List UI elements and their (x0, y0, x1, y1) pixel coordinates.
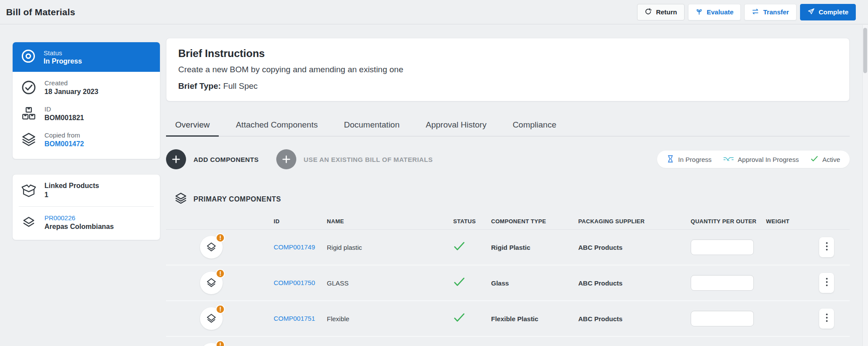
table-row: COMP001749 Rigid plastic Rigid Plastic A… (166, 230, 850, 265)
brief-title: Brief Instructions (178, 47, 837, 60)
plus-icon (276, 149, 296, 169)
status-legend: In Progress Approval In Progress Active (657, 151, 850, 168)
product-name: Arepas Colombianas (44, 223, 114, 231)
sidebar-item-created: Created 18 January 2023 (13, 72, 160, 101)
tab-compliance[interactable]: Compliance (503, 113, 565, 137)
kebab-icon (826, 313, 828, 324)
divider (19, 206, 154, 207)
quantity-per-outer-input[interactable] (691, 275, 754, 291)
copied-from-label: Copied from (44, 131, 84, 139)
component-name: Flexible (327, 315, 453, 322)
undo-icon (644, 8, 652, 17)
active-check-icon (453, 313, 491, 324)
bom-info-card: Status In Progress Created 18 January 20… (12, 42, 160, 159)
brief-description: Create a new BOM by copying and amending… (178, 65, 837, 74)
layers-icon (174, 192, 187, 207)
packaging-supplier: ABC Products (578, 315, 691, 322)
legend-active: Active (810, 155, 840, 164)
table-row: COMP001750 GLASS Glass ABC Products (166, 265, 850, 301)
col-status: STATUS (453, 218, 491, 225)
components-toolbar: ADD COMPONENTS USE AN EXISTING BILL OF M… (166, 149, 850, 169)
scrollbar-track[interactable] (862, 25, 868, 346)
boxes-icon (20, 106, 37, 121)
status-label: Status (44, 49, 82, 57)
id-value: BOM001821 (44, 114, 84, 122)
check-icon (810, 155, 818, 164)
kebab-icon (826, 242, 828, 252)
legend-approval-in-progress: Approval In Progress (723, 155, 799, 164)
warning-badge-icon (216, 233, 225, 242)
packaging-supplier: ABC Products (578, 279, 691, 287)
component-type: Rigid Plastic (491, 244, 578, 251)
tab-approval-history[interactable]: Approval History (417, 113, 495, 137)
components-table: ID NAME STATUS COMPONENT TYPE PACKAGING … (166, 213, 850, 346)
linked-products-card: Linked Products 1 PR000226 Arepas Colomb… (12, 174, 160, 240)
table-row: COMP001751 Flexible Flexible Plastic ABC… (166, 301, 850, 337)
plus-icon (166, 149, 186, 169)
quantity-per-outer-input[interactable] (691, 239, 754, 255)
linked-products-count: 1 (44, 191, 99, 199)
kebab-icon (826, 278, 828, 288)
brief-instructions-card: Brief Instructions Create a new BOM by c… (166, 38, 850, 101)
active-check-icon (453, 242, 491, 253)
product-layers-icon (20, 215, 37, 230)
component-name: Rigid plastic (327, 244, 453, 251)
col-name: NAME (327, 218, 453, 225)
id-label: ID (44, 105, 84, 113)
handshake-icon (723, 155, 734, 164)
row-menu-button[interactable] (819, 309, 834, 329)
col-component-type: COMPONENT TYPE (491, 218, 578, 225)
tab-overview[interactable]: Overview (166, 113, 219, 137)
warning-badge-icon (216, 340, 225, 346)
primary-components-heading: PRIMARY COMPONENTS (174, 192, 281, 207)
send-icon (807, 8, 815, 17)
table-header-row: ID NAME STATUS COMPONENT TYPE PACKAGING … (166, 213, 850, 230)
created-value: 18 January 2023 (44, 88, 98, 96)
warning-badge-icon (216, 305, 225, 314)
add-components-button[interactable]: ADD COMPONENTS (166, 149, 259, 169)
col-id: ID (274, 218, 327, 225)
sidebar-item-id: ID BOM001821 (13, 101, 160, 127)
page-title: Bill of Materials (6, 7, 75, 17)
packaging-supplier: ABC Products (578, 244, 691, 251)
sidebar-item-status[interactable]: Status In Progress (13, 42, 160, 72)
legend-in-progress: In Progress (667, 155, 712, 164)
open-box-icon (20, 183, 37, 198)
component-id-link[interactable]: COMP001751 (274, 315, 315, 322)
primary-components-title: PRIMARY COMPONENTS (193, 195, 281, 203)
table-row (166, 337, 850, 346)
status-value: In Progress (44, 57, 82, 65)
top-header: Bill of Materials Return Evaluate Transf… (0, 0, 868, 24)
active-check-icon (453, 277, 491, 289)
component-id-link[interactable]: COMP001750 (274, 279, 315, 286)
row-menu-button[interactable] (819, 273, 834, 293)
evaluate-button[interactable]: Evaluate (688, 4, 741, 20)
copied-from-link[interactable]: BOM001472 (44, 140, 84, 148)
brief-type-label: Brief Type: (178, 81, 221, 91)
col-quantity-per-outer: QUANTITY PER OUTER (691, 218, 766, 225)
component-id-link[interactable]: COMP001749 (274, 243, 315, 251)
row-menu-button[interactable] (819, 237, 834, 257)
component-type: Glass (491, 279, 578, 287)
product-id-link[interactable]: PR000226 (44, 214, 114, 222)
component-name: GLASS (327, 279, 453, 287)
brief-type-value: Full Spec (223, 81, 258, 91)
hourglass-icon (667, 155, 674, 164)
tab-attached-components[interactable]: Attached Components (227, 113, 327, 137)
header-actions: Return Evaluate Transfer Complete (637, 4, 862, 20)
transfer-button[interactable]: Transfer (744, 4, 796, 20)
scrollbar-thumb[interactable] (863, 28, 867, 73)
quantity-per-outer-input[interactable] (691, 311, 754, 326)
col-packaging-supplier: PACKAGING SUPPLIER (578, 218, 691, 225)
warning-badge-icon (216, 269, 225, 278)
sidebar-item-copied-from: Copied from BOM001472 (13, 127, 160, 153)
tab-documentation[interactable]: Documentation (335, 113, 409, 137)
status-target-icon (20, 48, 36, 66)
layers-icon (20, 132, 37, 148)
return-button[interactable]: Return (637, 4, 684, 20)
transfer-icon (752, 8, 759, 17)
component-type: Flexible Plastic (491, 315, 578, 322)
use-existing-bom-button[interactable]: USE AN EXISTING BILL OF MATERIALS (276, 149, 433, 169)
created-label: Created (44, 79, 98, 87)
complete-button[interactable]: Complete (800, 4, 856, 20)
